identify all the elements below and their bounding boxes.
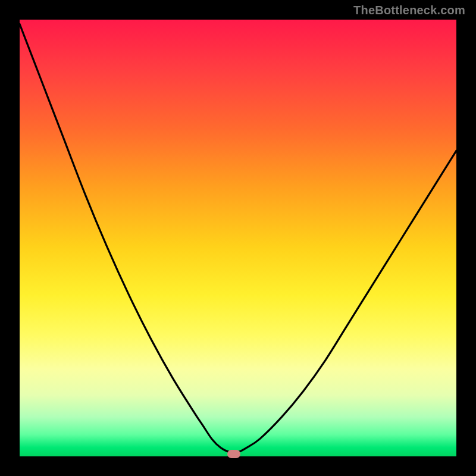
- plot-area: [20, 20, 456, 456]
- bottleneck-curve: [20, 20, 456, 456]
- watermark-text: TheBottleneck.com: [353, 4, 465, 17]
- chart-frame: TheBottleneck.com: [0, 0, 476, 476]
- optimal-marker: [227, 450, 240, 458]
